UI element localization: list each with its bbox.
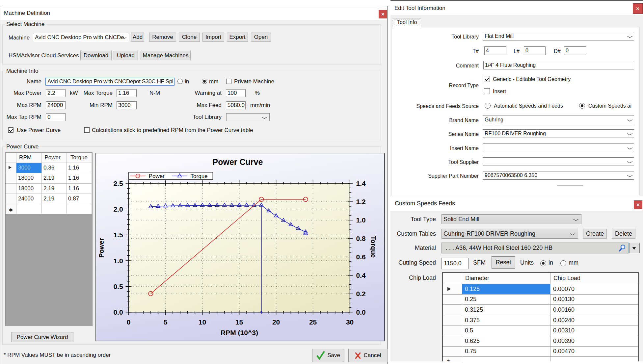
svg-text:20: 20	[272, 318, 280, 326]
svg-text:0.8: 0.8	[356, 235, 366, 242]
svg-text:RPM (10^3): RPM (10^3)	[221, 329, 258, 336]
svg-text:0.2: 0.2	[356, 290, 366, 298]
svg-text:0: 0	[127, 318, 131, 326]
svg-text:Torque: Torque	[370, 236, 377, 258]
svg-text:2.5: 2.5	[113, 180, 123, 187]
svg-text:10: 10	[199, 318, 206, 326]
svg-text:Power: Power	[149, 173, 165, 179]
svg-text:0.0: 0.0	[356, 308, 366, 316]
svg-text:Torque: Torque	[191, 173, 208, 179]
svg-text:1.0: 1.0	[356, 216, 366, 224]
svg-text:25: 25	[309, 318, 317, 326]
svg-text:0.4: 0.4	[356, 272, 366, 279]
svg-text:Power: Power	[98, 238, 105, 258]
svg-text:30: 30	[346, 318, 354, 326]
svg-text:0.5: 0.5	[113, 283, 123, 290]
svg-text:0.0: 0.0	[113, 308, 123, 316]
svg-text:1.4: 1.4	[356, 180, 366, 187]
svg-text:1.0: 1.0	[113, 257, 123, 265]
svg-text:5: 5	[164, 318, 168, 326]
svg-text:0.6: 0.6	[356, 253, 366, 261]
svg-text:1.2: 1.2	[356, 198, 366, 205]
svg-text:Power Curve: Power Curve	[213, 157, 263, 167]
svg-text:2.0: 2.0	[113, 205, 123, 213]
svg-text:1.5: 1.5	[113, 231, 123, 239]
svg-text:15: 15	[235, 318, 243, 326]
